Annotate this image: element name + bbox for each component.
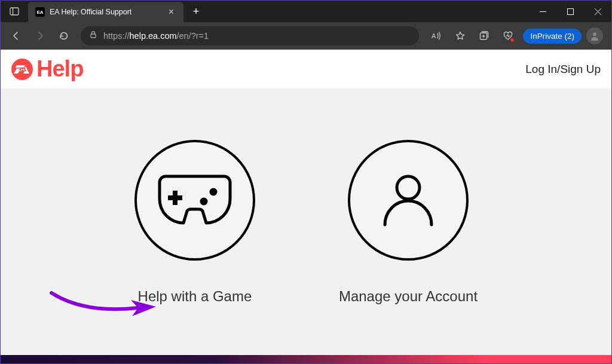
manage-account-option[interactable]: Manage your Account xyxy=(339,140,478,305)
page-footer-accent xyxy=(1,355,611,363)
read-aloud-button[interactable]: A xyxy=(425,25,448,47)
url-scheme: https:// xyxy=(103,31,130,41)
url-text: https://help.ea.com/en/?r=1 xyxy=(103,31,209,41)
collections-button[interactable] xyxy=(473,25,495,47)
ea-favicon-icon: EA xyxy=(35,7,45,17)
notification-dot-icon xyxy=(510,38,514,42)
window-controls xyxy=(529,2,611,21)
svg-rect-16 xyxy=(168,195,182,200)
svg-point-17 xyxy=(209,188,217,195)
page-content: Help Log In/Sign Up xyxy=(1,50,611,363)
new-tab-button[interactable]: + xyxy=(186,3,206,20)
svg-point-18 xyxy=(200,197,207,205)
browser-window: EA EA Help: Official Support × + xyxy=(0,0,612,364)
browser-tab[interactable]: EA EA Help: Official Support × xyxy=(28,2,183,22)
game-controller-icon xyxy=(134,140,255,261)
maximize-button[interactable] xyxy=(556,2,584,21)
profile-button[interactable] xyxy=(586,27,603,44)
forward-button[interactable] xyxy=(29,25,51,47)
svg-rect-0 xyxy=(10,8,19,15)
site-header: Help Log In/Sign Up xyxy=(1,50,611,89)
help-with-game-label: Help with a Game xyxy=(138,288,252,305)
svg-point-19 xyxy=(397,176,420,199)
svg-rect-6 xyxy=(91,34,96,38)
favorites-button[interactable] xyxy=(449,25,472,47)
svg-rect-3 xyxy=(567,8,573,14)
help-with-game-option[interactable]: Help with a Game xyxy=(134,140,255,305)
lock-icon xyxy=(89,30,97,41)
url-path: /en/?r=1 xyxy=(177,31,209,41)
ea-logo-icon xyxy=(11,59,33,80)
manage-account-label: Manage your Account xyxy=(339,288,478,305)
back-button[interactable] xyxy=(5,25,27,47)
url-host: help.ea.com xyxy=(130,31,177,41)
tab-title: EA Help: Official Support xyxy=(50,8,161,16)
svg-text:A: A xyxy=(432,32,436,39)
close-tab-button[interactable]: × xyxy=(166,6,176,18)
browser-toolbar: https://help.ea.com/en/?r=1 A InPrivate … xyxy=(1,22,611,50)
close-window-button[interactable] xyxy=(584,2,611,21)
help-logo-text: Help xyxy=(36,56,83,82)
login-signup-link[interactable]: Log In/Sign Up xyxy=(525,63,601,76)
tab-actions-button[interactable] xyxy=(4,3,25,20)
performance-button[interactable] xyxy=(497,25,519,47)
inprivate-indicator[interactable]: InPrivate (2) xyxy=(523,29,582,44)
window-titlebar: EA EA Help: Official Support × + xyxy=(1,1,611,22)
refresh-button[interactable] xyxy=(53,25,75,47)
ea-help-logo[interactable]: Help xyxy=(11,56,83,82)
svg-marker-12 xyxy=(16,65,25,68)
svg-point-11 xyxy=(593,33,596,36)
address-bar[interactable]: https://help.ea.com/en/?r=1 xyxy=(81,26,419,45)
help-options: Help with a Game Manage your Account xyxy=(1,89,611,355)
minimize-button[interactable] xyxy=(529,2,556,21)
person-icon xyxy=(348,140,469,261)
